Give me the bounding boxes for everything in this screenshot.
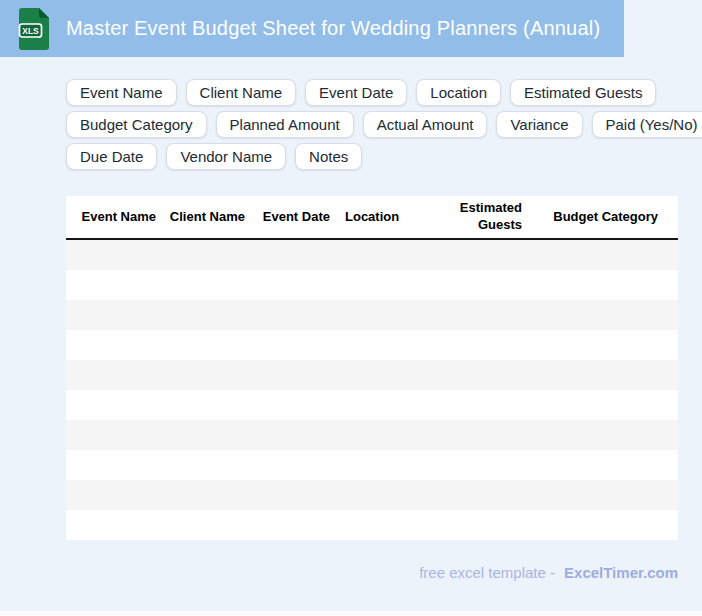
field-chips-group: Event Name Client Name Event Date Locati… bbox=[66, 79, 702, 175]
chip-event-date[interactable]: Event Date bbox=[305, 79, 407, 106]
xls-icon-label: XLS bbox=[22, 25, 39, 35]
table-row bbox=[66, 390, 678, 420]
col-header-location: Location bbox=[336, 196, 442, 238]
table-body bbox=[66, 240, 678, 540]
col-header-estimated-guests: Estimated Guests bbox=[442, 196, 528, 238]
chip-location[interactable]: Location bbox=[416, 79, 501, 106]
table-row bbox=[66, 240, 678, 270]
chip-actual-amount[interactable]: Actual Amount bbox=[363, 111, 488, 138]
table-row bbox=[66, 480, 678, 510]
col-header-event-name: Event Name bbox=[66, 196, 162, 238]
table-row bbox=[66, 300, 678, 330]
table-header-row: Event Name Client Name Event Date Locati… bbox=[66, 196, 678, 240]
xls-file-icon: XLS bbox=[17, 7, 51, 51]
footer-brand-link[interactable]: ExcelTimer.com bbox=[564, 564, 678, 581]
chip-budget-category[interactable]: Budget Category bbox=[66, 111, 207, 138]
chip-planned-amount[interactable]: Planned Amount bbox=[216, 111, 354, 138]
col-header-budget-category: Budget Category bbox=[528, 196, 678, 238]
header-banner: XLS Master Event Budget Sheet for Weddin… bbox=[0, 0, 624, 57]
chip-due-date[interactable]: Due Date bbox=[66, 143, 157, 170]
footer-credit-text: free excel template - bbox=[419, 564, 555, 581]
chip-paid-yes-no[interactable]: Paid (Yes/No) bbox=[592, 111, 702, 138]
chip-client-name[interactable]: Client Name bbox=[186, 79, 297, 106]
chip-row-1: Event Name Client Name Event Date Locati… bbox=[66, 79, 702, 106]
chip-estimated-guests[interactable]: Estimated Guests bbox=[510, 79, 656, 106]
table-row bbox=[66, 420, 678, 450]
budget-sheet-table: Event Name Client Name Event Date Locati… bbox=[66, 196, 678, 540]
table-row bbox=[66, 450, 678, 480]
table-row bbox=[66, 270, 678, 300]
table-row bbox=[66, 330, 678, 360]
chip-notes[interactable]: Notes bbox=[295, 143, 362, 170]
col-header-client-name: Client Name bbox=[162, 196, 251, 238]
chip-variance[interactable]: Variance bbox=[496, 111, 582, 138]
page-title: Master Event Budget Sheet for Wedding Pl… bbox=[66, 17, 600, 40]
chip-vendor-name[interactable]: Vendor Name bbox=[166, 143, 286, 170]
col-header-event-date: Event Date bbox=[251, 196, 336, 238]
table-row bbox=[66, 360, 678, 390]
footer-credit: free excel template - ExcelTimer.com bbox=[419, 564, 678, 581]
chip-event-name[interactable]: Event Name bbox=[66, 79, 177, 106]
chip-row-3: Due Date Vendor Name Notes bbox=[66, 143, 702, 170]
chip-row-2: Budget Category Planned Amount Actual Am… bbox=[66, 111, 702, 138]
bottom-strip bbox=[0, 611, 702, 616]
table-row bbox=[66, 510, 678, 540]
